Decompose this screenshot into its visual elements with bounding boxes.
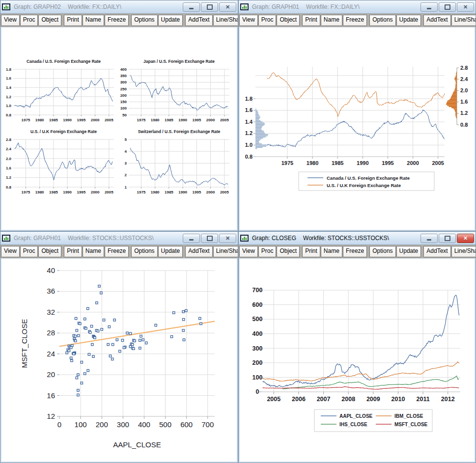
graph-app-icon xyxy=(2,235,11,242)
toolbar-button-update[interactable]: Update xyxy=(396,15,421,26)
toolbar-button-proc[interactable]: Proc xyxy=(258,246,277,257)
close-button[interactable]: ✕ xyxy=(219,2,236,12)
svg-text:0.8: 0.8 xyxy=(245,154,252,160)
svg-text:2000: 2000 xyxy=(206,190,215,194)
window-closeg: Graph: CLOSEGWorkfile: STOCKS::USSTOCKS\… xyxy=(238,231,476,463)
svg-text:2: 2 xyxy=(125,173,127,177)
toolbar-button-print[interactable]: Print xyxy=(302,246,320,257)
maximize-button[interactable] xyxy=(201,234,218,243)
toolbar-button-view[interactable]: View xyxy=(239,15,258,26)
toolbar-button-options[interactable]: Options xyxy=(369,15,395,26)
svg-text:1985: 1985 xyxy=(49,190,58,194)
fx-dual-axis-chart: 19751980198519901995200020050.81.01.21.4… xyxy=(240,27,475,230)
svg-text:1985: 1985 xyxy=(49,118,58,122)
minimize-icon xyxy=(189,239,194,241)
toolbar-button-addtext[interactable]: AddText xyxy=(185,246,212,257)
graph01stocks-content: 12162024283236400100200300400500600700AA… xyxy=(1,259,237,462)
toolbar-button-line-shade[interactable]: Line/Shade xyxy=(213,246,238,257)
toolbar-button-view[interactable]: View xyxy=(239,246,258,257)
fx-small-multiples-chart: Canada / U.S. Foreign Exchange Rate0.81.… xyxy=(1,27,237,230)
toolbar-button-options[interactable]: Options xyxy=(131,246,157,257)
toolbar-button-view[interactable]: View xyxy=(1,246,20,257)
maximize-button[interactable] xyxy=(439,234,456,243)
toolbar-button-addtext[interactable]: AddText xyxy=(185,15,212,26)
close-button[interactable]: ✕ xyxy=(219,234,236,243)
toolbar-button-update[interactable]: Update xyxy=(396,246,421,257)
close-button[interactable]: ✕ xyxy=(457,2,474,12)
toolbar-button-name[interactable]: Name xyxy=(83,246,104,257)
svg-text:1975: 1975 xyxy=(22,118,30,122)
svg-text:400: 400 xyxy=(138,420,150,429)
toolbar-button-freeze[interactable]: Freeze xyxy=(343,15,367,26)
svg-text:1.2: 1.2 xyxy=(460,110,468,116)
titlebar-closeg[interactable]: Graph: CLOSEGWorkfile: STOCKS::USSTOCKS\… xyxy=(239,232,476,245)
svg-text:1990: 1990 xyxy=(63,118,72,122)
svg-text:400: 400 xyxy=(120,67,127,72)
svg-text:28: 28 xyxy=(47,328,55,337)
svg-text:50: 50 xyxy=(122,113,127,117)
svg-text:2005: 2005 xyxy=(432,160,444,166)
svg-text:1.2: 1.2 xyxy=(245,130,252,136)
svg-text:1.4: 1.4 xyxy=(6,85,12,90)
svg-text:250: 250 xyxy=(120,87,127,91)
toolbar-button-update[interactable]: Update xyxy=(158,15,183,26)
minimize-button[interactable] xyxy=(420,2,438,12)
toolbar-button-name[interactable]: Name xyxy=(321,246,342,257)
toolbar-button-freeze[interactable]: Freeze xyxy=(105,246,129,257)
maximize-icon xyxy=(445,236,450,241)
graph-app-icon xyxy=(240,235,249,242)
minimize-button[interactable] xyxy=(183,234,200,243)
toolbar-button-update[interactable]: Update xyxy=(158,246,183,257)
svg-text:2005: 2005 xyxy=(267,396,280,403)
stocks-lines-chart: 0100200300400500600700200520062007200820… xyxy=(240,259,475,462)
graph-app-icon xyxy=(2,3,11,11)
toolbar-button-print[interactable]: Print xyxy=(64,15,82,26)
svg-text:100: 100 xyxy=(75,420,87,429)
svg-text:1990: 1990 xyxy=(178,118,187,122)
svg-text:350: 350 xyxy=(120,74,127,78)
svg-text:32: 32 xyxy=(47,308,55,316)
svg-text:600: 600 xyxy=(180,420,193,429)
svg-text:1.6: 1.6 xyxy=(6,76,12,81)
toolbar-button-name[interactable]: Name xyxy=(321,15,342,26)
toolbar-button-print[interactable]: Print xyxy=(302,15,320,26)
svg-text:1990: 1990 xyxy=(63,190,72,194)
svg-text:2011: 2011 xyxy=(417,396,430,403)
svg-text:2000: 2000 xyxy=(206,118,215,122)
svg-text:24: 24 xyxy=(47,350,55,358)
toolbar-button-proc[interactable]: Proc xyxy=(258,15,277,26)
toolbar-button-addtext[interactable]: AddText xyxy=(423,15,450,26)
svg-text:1.0: 1.0 xyxy=(245,142,252,148)
toolbar-button-proc[interactable]: Proc xyxy=(20,246,38,257)
titlebar-graph01fx[interactable]: Graph: GRAPH01Workfile: FX::DAILY\ ✕ xyxy=(239,0,476,13)
window-title: Graph: GRAPH01Workfile: FX::DAILY\ xyxy=(252,3,418,10)
minimize-button[interactable] xyxy=(183,2,200,12)
svg-text:16: 16 xyxy=(47,391,55,400)
toolbar-button-name[interactable]: Name xyxy=(83,15,104,26)
toolbar-button-object[interactable]: Object xyxy=(38,246,61,257)
toolbar-button-proc[interactable]: Proc xyxy=(20,15,38,26)
toolbar-button-object[interactable]: Object xyxy=(38,15,61,26)
toolbar-button-options[interactable]: Options xyxy=(369,246,395,257)
toolbar-button-addtext[interactable]: AddText xyxy=(423,246,450,257)
toolbar-button-freeze[interactable]: Freeze xyxy=(343,246,367,257)
close-button[interactable]: ✕ xyxy=(457,234,474,243)
toolbar-button-line-shade[interactable]: Line/Shade xyxy=(213,15,238,26)
svg-text:2010: 2010 xyxy=(392,396,405,403)
graph02-content: Canada / U.S. Foreign Exchange Rate0.81.… xyxy=(1,27,237,230)
maximize-button[interactable] xyxy=(439,2,456,12)
titlebar-graph01stocks[interactable]: Graph: GRAPH01Workfile: STOCKS::USSTOCKS… xyxy=(0,232,238,245)
toolbar-button-object[interactable]: Object xyxy=(277,246,300,257)
toolbar-button-line-shade[interactable]: Line/Shade xyxy=(451,246,476,257)
svg-text:500: 500 xyxy=(252,316,263,323)
toolbar-button-object[interactable]: Object xyxy=(277,15,300,26)
titlebar-graph02[interactable]: Graph: GRAPH02Workfile: FX::DAILY\ ✕ xyxy=(0,0,238,13)
toolbar-button-freeze[interactable]: Freeze xyxy=(105,15,129,26)
toolbar-button-print[interactable]: Print xyxy=(64,246,82,257)
toolbar-button-options[interactable]: Options xyxy=(131,15,157,26)
maximize-button[interactable] xyxy=(201,2,218,12)
toolbar-button-line-shade[interactable]: Line/Shade xyxy=(451,15,476,26)
svg-text:1980: 1980 xyxy=(151,118,160,122)
minimize-button[interactable] xyxy=(420,234,438,243)
toolbar-button-view[interactable]: View xyxy=(1,15,20,26)
